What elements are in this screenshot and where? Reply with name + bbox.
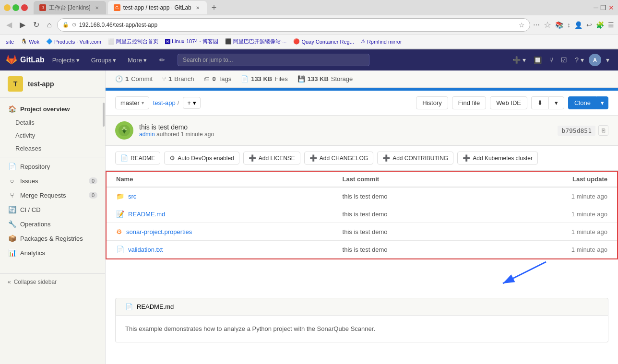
table-row[interactable]: 📁 src this is test demo 1 minute ago: [107, 187, 617, 205]
bookmark-linux1874[interactable]: 🅱 Linux-1874 · 博客园: [163, 37, 220, 46]
settings-btn[interactable]: ☰: [608, 21, 614, 29]
help-btn[interactable]: ? ▾: [572, 54, 587, 66]
history-button[interactable]: History: [416, 96, 448, 109]
readme-title: README.md: [137, 303, 174, 310]
sidebar-item-analytics[interactable]: 📊 Analytics: [0, 246, 105, 260]
gitlab-logo-icon: [6, 54, 17, 66]
sidebar-item-releases[interactable]: Releases: [15, 142, 105, 155]
extensions2-btn[interactable]: 🧩: [596, 21, 604, 29]
downloads-btn[interactable]: 📚: [555, 21, 563, 29]
bookmark-btn[interactable]: ☆: [544, 20, 551, 30]
sidebar-item-activity[interactable]: Activity: [15, 129, 105, 142]
folder-icon-src: 📁: [116, 192, 124, 200]
add-contributing-btn[interactable]: ➕ Add CONTRIBUTING: [377, 152, 453, 164]
storage-stat[interactable]: 💾 133 KB Storage: [297, 75, 353, 82]
bookmark-quay[interactable]: 🔴 Quay Container Reg...: [291, 37, 356, 46]
tab-gitlab[interactable]: G test-app / test-app · GitLab ✕: [108, 1, 207, 14]
collapse-sidebar-btn[interactable]: « Collapse sidebar: [0, 273, 105, 290]
clone-chevron-btn[interactable]: ▾: [596, 96, 608, 109]
tags-stat[interactable]: 🏷 0 Tags: [203, 75, 231, 82]
sidebar-item-repository[interactable]: 📄 Repository: [0, 159, 105, 174]
add-k8s-btn[interactable]: ➕ Add Kubernetes cluster: [457, 152, 538, 164]
commits-icon: 🕐: [115, 75, 123, 82]
add-license-btn[interactable]: ➕ Add LICENSE: [243, 152, 300, 164]
readme-header: 📄 README.md: [115, 298, 608, 316]
download-chevron-btn[interactable]: ▾: [548, 96, 564, 109]
gitlab-logo[interactable]: GitLab: [6, 54, 45, 66]
tab-gitlab-close[interactable]: ✕: [194, 5, 201, 11]
readme-btn[interactable]: 📄 README: [115, 152, 160, 164]
add-new-btn[interactable]: ➕ ▾: [510, 54, 529, 66]
bookmark-wok[interactable]: 🐧 Wok: [19, 37, 41, 46]
find-file-button[interactable]: Find file: [452, 96, 487, 109]
file-name-validation[interactable]: validation.txt: [128, 246, 163, 253]
bookmark-aliyun[interactable]: ⬜ 阿里云控制台首页: [106, 37, 160, 46]
tab-jenkins-close[interactable]: ✕: [94, 5, 100, 11]
commit-author-name[interactable]: admin: [139, 131, 155, 138]
user-profile-btn[interactable]: 👤: [574, 21, 582, 29]
projects-menu-btn[interactable]: Projects ▾: [48, 55, 83, 66]
sidebar-item-packages[interactable]: 📦 Packages & Registries: [0, 231, 105, 246]
path-add-actions[interactable]: + ▾: [183, 97, 201, 109]
bookmark-rpmfind[interactable]: ⚠ Rpmfind mirror: [359, 37, 404, 46]
sidebar-item-issues[interactable]: ○ Issues 0: [0, 174, 105, 188]
sidebar-item-details[interactable]: Details: [15, 116, 105, 129]
issues-label: Issues: [20, 177, 38, 185]
bookmark-star-icon[interactable]: ☆: [519, 21, 525, 29]
copy-hash-button[interactable]: ⎘: [598, 125, 608, 136]
branch-selector[interactable]: master ▾: [115, 96, 149, 109]
tab-jenkins[interactable]: J 工作台 [Jenkins] ✕: [34, 1, 106, 14]
window-close-btn[interactable]: ✕: [608, 4, 614, 12]
file-name-sonar[interactable]: sonar-project.properties: [126, 228, 192, 235]
clone-button[interactable]: Clone: [568, 96, 596, 109]
forward-button[interactable]: ▶: [17, 19, 28, 30]
download-button[interactable]: ⬇: [531, 96, 548, 109]
sidebar-item-project-overview[interactable]: 🏠 Project overview: [0, 102, 105, 116]
files-stat[interactable]: 📄 133 KB Files: [241, 75, 288, 82]
file-name-src[interactable]: src: [128, 193, 136, 200]
close-btn[interactable]: [21, 4, 28, 11]
merge-requests-icon: ⑂: [8, 191, 16, 199]
bookmark-site[interactable]: site: [4, 38, 16, 46]
branches-stat[interactable]: ⑂ 1 Branch: [162, 75, 194, 82]
address-bar[interactable]: 🔒 ⊙ 192.168.0.46/test-app/test-app ☆: [57, 18, 530, 32]
new-issue-btn[interactable]: 🔲: [531, 54, 545, 66]
search-input[interactable]: [178, 54, 369, 66]
merge-request-btn[interactable]: ⑂: [547, 54, 556, 66]
back-button[interactable]: ◀: [4, 19, 14, 30]
groups-menu-btn[interactable]: Groups ▾: [87, 55, 120, 66]
user-menu-chevron[interactable]: ▾: [603, 54, 612, 66]
extensions-btn[interactable]: ⋯: [533, 21, 540, 29]
file-name-readme[interactable]: README.md: [128, 211, 165, 218]
pencil-btn[interactable]: ✏: [156, 54, 168, 66]
window-restore-btn[interactable]: ❒: [600, 4, 606, 12]
reload-button[interactable]: ↻: [31, 19, 42, 30]
web-ide-button[interactable]: Web IDE: [490, 96, 527, 109]
bookmark-alibaba[interactable]: ⬛ 阿里巴巴开源镜像站-...: [223, 37, 289, 46]
todo-btn[interactable]: ☑: [558, 54, 570, 66]
sync-btn[interactable]: ↕: [567, 21, 570, 29]
sidebar-item-merge-requests[interactable]: ⑂ Merge Requests 0: [0, 188, 105, 202]
topnav-icons: ➕ ▾ 🔲 ⑂ ☑ ? ▾ A ▾: [510, 54, 612, 66]
files-label: Files: [274, 75, 287, 82]
more-menu-btn[interactable]: More ▾: [124, 55, 151, 66]
user-avatar[interactable]: A: [589, 54, 601, 66]
new-tab-button[interactable]: +: [209, 3, 220, 13]
add-changelog-btn[interactable]: ➕ Add CHANGELOG: [304, 152, 373, 164]
packages-icon: 📦: [8, 235, 16, 242]
commits-label: Commit: [131, 75, 153, 82]
path-project-link[interactable]: test-app: [153, 99, 176, 106]
window-minimize-btn[interactable]: ─: [594, 4, 598, 12]
commits-stat[interactable]: 🕐 1 Commit: [115, 75, 153, 82]
table-row[interactable]: 📄 validation.txt this is test demo 1 min…: [107, 241, 617, 258]
table-row[interactable]: 📝 README.md this is test demo 1 minute a…: [107, 205, 617, 223]
table-row[interactable]: ⚙ sonar-project.properties this is test …: [107, 223, 617, 241]
autodevops-btn[interactable]: ⚙ Auto DevOps enabled: [164, 152, 239, 164]
history-btn-browser[interactable]: ↩: [586, 21, 592, 29]
home-button[interactable]: ⌂: [45, 20, 54, 30]
bookmark-products[interactable]: 🔷 Products · Vultr.com: [44, 37, 103, 46]
maximize-btn[interactable]: [12, 4, 19, 11]
minimize-btn[interactable]: [4, 4, 11, 11]
sidebar-item-ci-cd[interactable]: 🔄 CI / CD: [0, 202, 105, 217]
sidebar-item-operations[interactable]: 🔧 Operations: [0, 217, 105, 231]
